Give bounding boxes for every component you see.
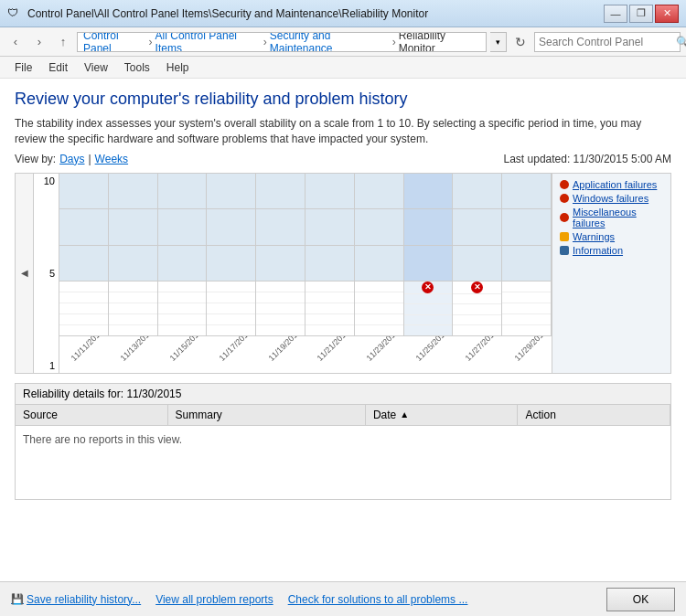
col-summary[interactable]: Summary [168,405,366,425]
chart-scroll-left[interactable]: ◀ [16,174,34,373]
event-col-2[interactable] [109,281,158,335]
legend-win-failures: Windows failures [560,193,663,204]
day-col-6[interactable] [305,174,355,281]
page-title: Review your computer's reliability and p… [15,90,671,109]
legend-app-failures: Application failures [560,179,663,190]
date-label-4: 11/17/2015 [207,336,256,373]
legend-misc-failures: Miscellaneous failures [560,207,663,228]
view-separator: | [88,153,91,165]
menu-help[interactable]: Help [159,59,197,76]
minimize-button[interactable]: — [604,5,627,23]
y-label-5: 5 [49,268,55,279]
day-col-9[interactable] [453,174,502,281]
day-col-10[interactable] [502,174,552,281]
search-icon: 🔍 [676,36,686,48]
col-date[interactable]: Date ▲ [366,405,519,425]
legend-misc-failures-label[interactable]: Miscellaneous failures [573,207,663,228]
event-col-6[interactable] [305,281,355,335]
window-controls: — ❐ ✕ [604,5,679,23]
day-col-7[interactable] [355,174,404,281]
date-label-1: 11/11/2015 [59,336,109,373]
last-updated: Last updated: 11/30/2015 5:00 AM [504,153,671,165]
event-col-10[interactable] [502,281,552,335]
error-icon-1: ✕ [422,281,434,293]
breadcrumb-security[interactable]: Security and Maintenance [270,32,390,52]
search-box: 🔍 [534,32,681,52]
breadcrumb-all-items[interactable]: All Control Panel Items [155,32,261,52]
event-col-9[interactable]: ✕ [453,281,502,335]
event-col-5[interactable] [256,281,305,335]
menu-file[interactable]: File [7,59,39,76]
view-days-link[interactable]: Days [59,153,84,165]
event-col-8[interactable]: ✕ [404,281,454,335]
view-by-left: View by: Days | Weeks [15,153,128,165]
day-col-5[interactable] [256,174,305,281]
breadcrumb-control-panel[interactable]: Control Panel [83,32,146,52]
date-label-5: 11/19/2015 [256,336,305,373]
refresh-button[interactable]: ↻ [510,32,531,52]
date-label-2: 11/13/2015 [109,336,158,373]
close-button[interactable]: ✕ [655,5,679,23]
menu-view[interactable]: View [77,59,115,76]
menu-tools[interactable]: Tools [117,59,157,76]
view-by-label: View by: [15,153,56,165]
legend-information: Information [560,245,663,256]
date-label-10: 11/29/2015 [502,336,552,373]
event-col-7[interactable] [355,281,404,335]
day-col-4[interactable] [207,174,256,281]
description: The stability index assesses your system… [15,116,671,147]
event-col-3[interactable] [158,281,208,335]
error-icon-2: ✕ [471,281,483,293]
search-input[interactable] [539,36,676,48]
event-col-4[interactable] [207,281,256,335]
address-bar: ‹ › ↑ Control Panel › All Control Panel … [0,27,686,57]
day-col-2[interactable] [109,174,158,281]
sort-arrow: ▲ [400,409,409,420]
main-content: Review your computer's reliability and p… [0,79,686,581]
table-body: There are no reports in this view. [16,426,670,499]
reliability-details: Reliability details for: 11/30/2015 Sour… [15,383,671,500]
col-source[interactable]: Source [16,405,168,425]
y-label-1: 1 [49,360,55,371]
ok-button[interactable]: OK [606,588,675,611]
menu-bar: File Edit View Tools Help [0,57,686,79]
view-weeks-link[interactable]: Weeks [95,153,128,165]
back-button[interactable]: ‹ [5,32,26,52]
date-label-7: 11/23/2015 [355,336,404,373]
breadcrumb-dropdown[interactable]: ▾ [490,32,507,52]
view-problem-reports-link[interactable]: View all problem reports [155,593,273,606]
view-by-row: View by: Days | Weeks Last updated: 11/3… [15,153,671,165]
details-header: Reliability details for: 11/30/2015 [16,384,670,405]
menu-edit[interactable]: Edit [41,59,75,76]
title-bar: 🛡 Control Panel\All Control Panel Items\… [0,0,686,27]
date-label-3: 11/15/2015 [158,336,208,373]
legend-information-label[interactable]: Information [573,245,623,256]
date-label-9: 11/27/2015 [453,336,502,373]
up-button[interactable]: ↑ [53,32,73,52]
empty-message: There are no reports in this view. [23,433,182,446]
day-col-8[interactable] [404,174,454,281]
event-col-1[interactable] [59,281,109,335]
check-solutions-link[interactable]: Check for solutions to all problems ... [288,593,468,606]
day-col-3[interactable] [158,174,208,281]
title-bar-text: Control Panel\All Control Panel Items\Se… [27,7,604,20]
breadcrumb-current: Reliability Monitor [399,32,480,52]
date-label-6: 11/21/2015 [305,336,355,373]
reliability-chart: ◀ 10 5 1 [15,173,671,374]
title-bar-icon: 🛡 [7,6,22,21]
table-header: Source Summary Date ▲ Action [16,405,670,426]
breadcrumb-bar: Control Panel › All Control Panel Items … [77,32,487,52]
restore-button[interactable]: ❐ [629,5,653,23]
forward-button[interactable]: › [29,32,49,52]
legend-win-failures-label[interactable]: Windows failures [573,193,648,204]
col-action[interactable]: Action [518,405,670,425]
legend-warnings-label[interactable]: Warnings [573,231,615,242]
legend-warnings: Warnings [560,231,663,242]
day-col-1[interactable] [59,174,109,281]
chart-legend: Application failures Windows failures Mi… [552,174,670,373]
save-reliability-link[interactable]: 💾 Save reliability history... [11,593,141,606]
y-label-10: 10 [44,175,55,186]
status-bar: 💾 Save reliability history... View all p… [0,581,686,616]
date-label-8: 11/25/2015 [404,336,454,373]
legend-app-failures-label[interactable]: Application failures [573,179,657,190]
